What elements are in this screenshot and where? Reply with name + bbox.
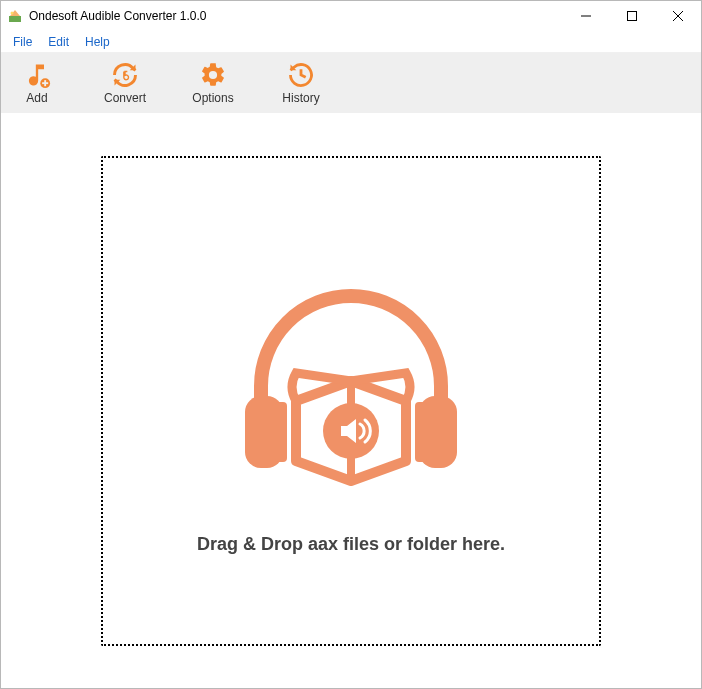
history-button[interactable]: History bbox=[273, 59, 329, 107]
minimize-button[interactable] bbox=[563, 1, 609, 31]
svg-rect-9 bbox=[42, 82, 48, 84]
titlebar: Ondesoft Audible Converter 1.0.0 bbox=[1, 1, 701, 31]
history-label: History bbox=[282, 91, 319, 105]
svg-rect-0 bbox=[9, 16, 21, 22]
maximize-button[interactable] bbox=[609, 1, 655, 31]
history-clock-icon bbox=[287, 61, 315, 89]
music-note-plus-icon bbox=[23, 61, 51, 89]
menu-help[interactable]: Help bbox=[77, 31, 118, 52]
gear-icon bbox=[199, 61, 227, 89]
convert-label: Convert bbox=[104, 91, 146, 105]
dropzone[interactable]: Drag & Drop aax files or folder here. bbox=[101, 156, 601, 646]
svg-rect-13 bbox=[415, 402, 427, 462]
options-label: Options bbox=[192, 91, 233, 105]
options-button[interactable]: Options bbox=[185, 59, 241, 107]
dropzone-instruction: Drag & Drop aax files or folder here. bbox=[197, 534, 505, 555]
svg-rect-11 bbox=[275, 402, 287, 462]
window-controls bbox=[563, 1, 701, 31]
menu-file[interactable]: File bbox=[5, 31, 40, 52]
menu-edit[interactable]: Edit bbox=[40, 31, 77, 52]
svg-rect-4 bbox=[628, 12, 637, 21]
window-title: Ondesoft Audible Converter 1.0.0 bbox=[29, 9, 206, 23]
menubar: File Edit Help bbox=[1, 31, 701, 53]
app-icon bbox=[7, 8, 23, 24]
add-label: Add bbox=[26, 91, 47, 105]
main-area: Drag & Drop aax files or folder here. bbox=[1, 113, 701, 688]
add-button[interactable]: Add bbox=[9, 59, 65, 107]
close-button[interactable] bbox=[655, 1, 701, 31]
toolbar: Add Convert Options bbox=[1, 53, 701, 113]
convert-button[interactable]: Convert bbox=[97, 59, 153, 107]
svg-point-2 bbox=[11, 12, 14, 15]
audiobook-headphones-icon bbox=[221, 246, 481, 506]
convert-refresh-icon bbox=[111, 61, 139, 89]
